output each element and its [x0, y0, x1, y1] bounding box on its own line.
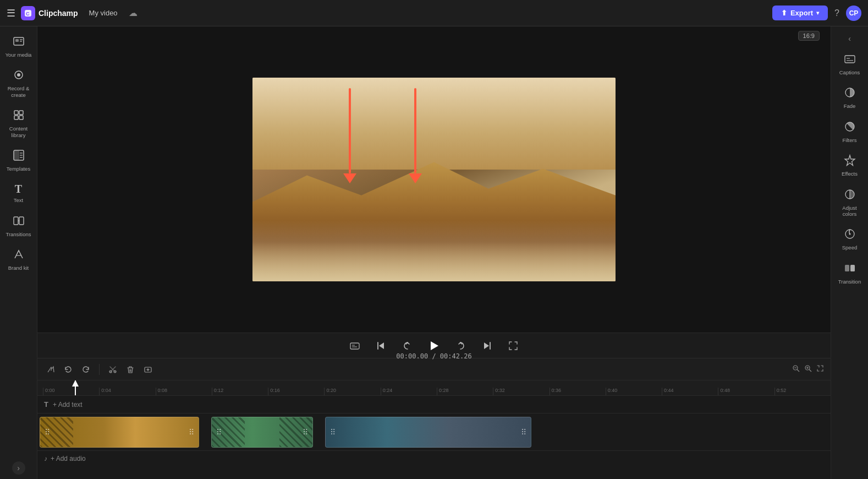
cloud-sync-icon[interactable]: ☁	[129, 8, 138, 18]
sidebar-item-transitions[interactable]: Transitions	[2, 210, 35, 242]
magic-tool-button[interactable]	[44, 363, 57, 376]
svg-rect-11	[19, 116, 23, 119]
right-sidebar-item-fade[interactable]: Fade	[833, 82, 866, 113]
undo-button[interactable]	[62, 363, 75, 376]
hamburger-menu-icon[interactable]: ☰	[7, 7, 15, 19]
video-track: ⠿ ⠿ ⠿ ⠿	[37, 413, 831, 451]
caption-button[interactable]	[346, 337, 364, 355]
clip-grip-left-2: ⠿	[216, 428, 222, 437]
content-library-icon	[13, 109, 25, 124]
transitions-label: Transitions	[6, 231, 31, 237]
ruler-mark: 0:20	[324, 388, 380, 395]
timeline-tracks: T + Add text ⠿ ⠿	[37, 396, 831, 466]
topbar: ☰ C Clipchamp My video ☁ ⬆ Export ▾ ? CP	[0, 0, 868, 26]
ruler-mark: 0:00	[43, 388, 99, 395]
sidebar-item-content-library[interactable]: Content library	[2, 105, 35, 143]
add-clip-button[interactable]	[141, 363, 155, 376]
right-sidebar: ‹ Captions Fade	[831, 26, 868, 479]
redo-button[interactable]	[79, 363, 92, 376]
speed-label: Speed	[842, 244, 857, 251]
right-sidebar-item-adjust-colors[interactable]: Adjust colors	[833, 184, 866, 222]
templates-icon	[13, 149, 25, 164]
sidebar-item-text[interactable]: T Text	[2, 178, 35, 208]
right-sidebar-item-filters[interactable]: Filters	[833, 116, 866, 148]
desert-scene	[252, 78, 616, 281]
svg-rect-18	[19, 217, 24, 225]
audio-track: ♪ + Add audio	[37, 451, 831, 466]
svg-rect-10	[14, 116, 18, 119]
svg-rect-3	[15, 39, 19, 42]
time-display: 00:00.00 / 00:42.26	[396, 352, 471, 360]
logo-text: Clipchamp	[39, 9, 78, 18]
speed-icon	[844, 228, 856, 243]
ruler-mark: 0:40	[606, 388, 662, 395]
sidebar-item-record[interactable]: Record & create	[2, 64, 35, 102]
transition-label: Transition	[838, 279, 861, 285]
fit-timeline-button[interactable]	[816, 364, 824, 374]
video-clip-2[interactable]: ⠿ ⠿	[211, 417, 313, 448]
fullscreen-button[interactable]	[504, 337, 522, 355]
fade-label: Fade	[844, 103, 856, 109]
add-text-button[interactable]: + Add text	[53, 401, 83, 409]
skip-back-button[interactable]	[372, 337, 390, 355]
forward-icon	[455, 341, 465, 351]
adjust-colors-label: Adjust colors	[836, 205, 864, 217]
sidebar-expand-button[interactable]: ›	[12, 461, 25, 475]
zoom-out-button[interactable]	[792, 364, 800, 374]
ruler-mark: 0:24	[381, 388, 437, 395]
playhead	[75, 380, 76, 395]
svg-point-47	[849, 233, 850, 235]
timeline-scroll[interactable]: 0:00 0:04 0:08 0:12 0:16 0:20 0:24 0:28 …	[37, 380, 831, 479]
fade-icon	[844, 86, 856, 101]
record-label: Record & create	[4, 85, 33, 98]
sidebar-item-templates[interactable]: Templates	[2, 145, 35, 176]
zoom-in-button[interactable]	[804, 364, 812, 374]
ruler-mark: 0:04	[99, 388, 155, 395]
sidebar-item-your-media[interactable]: Your media	[2, 31, 35, 62]
desert-fog	[252, 220, 616, 281]
effects-label: Effects	[842, 171, 858, 177]
aspect-ratio-badge[interactable]: 16:9	[798, 31, 820, 41]
sidebar-item-brand-kit[interactable]: Brand kit	[2, 244, 35, 275]
ruler-mark: 0:32	[493, 388, 549, 395]
ruler-mark: 0:12	[212, 388, 268, 395]
clip-grip-left-1: ⠿	[45, 428, 50, 437]
brand-kit-icon	[13, 248, 25, 263]
ruler-mark: 0:48	[718, 388, 774, 395]
clipchamp-logo-icon: C	[21, 6, 35, 20]
right-sidebar-item-effects[interactable]: Effects	[833, 150, 866, 181]
right-sidebar-item-transition[interactable]: Transition	[833, 258, 866, 289]
effects-icon	[844, 154, 856, 169]
timeline-area: 0:00 0:04 0:08 0:12 0:16 0:20 0:24 0:28 …	[37, 358, 831, 479]
zoom-in-icon	[804, 364, 812, 372]
delete-button[interactable]	[124, 363, 137, 376]
help-icon[interactable]: ?	[834, 8, 839, 18]
video-clip-1[interactable]: ⠿ ⠿	[40, 417, 199, 448]
text-icon: T	[15, 183, 22, 195]
add-clip-icon	[144, 365, 152, 374]
preview-video	[252, 78, 616, 281]
cut-button[interactable]	[106, 363, 119, 376]
redo-icon	[81, 365, 90, 374]
desert-sky	[252, 78, 616, 170]
video-title[interactable]: My video	[84, 7, 123, 19]
avatar[interactable]: CP	[846, 6, 861, 21]
content-library-label: Content library	[4, 126, 33, 138]
add-audio-button[interactable]: + Add audio	[51, 455, 86, 462]
rewind-icon	[403, 341, 413, 351]
controls-bar: 00:00.00 / 00:42.26	[37, 333, 831, 358]
captions-icon	[844, 53, 856, 68]
your-media-icon	[13, 35, 25, 50]
skip-forward-button[interactable]	[478, 337, 496, 355]
preview-container	[252, 78, 616, 281]
right-sidebar-item-speed[interactable]: Speed	[833, 224, 866, 255]
ruler-mark: 0:36	[550, 388, 606, 395]
video-clip-3[interactable]: ⠿ ⠿	[325, 417, 531, 448]
right-sidebar-item-captions[interactable]: Captions	[833, 48, 866, 80]
export-button[interactable]: ⬆ Export ▾	[772, 6, 828, 20]
svg-rect-21	[350, 343, 359, 349]
undo-icon	[64, 365, 73, 374]
main-content: Your media Record & create Content lib	[0, 26, 868, 479]
right-sidebar-collapse-button[interactable]: ‹	[845, 31, 854, 46]
transitions-icon	[13, 215, 25, 230]
